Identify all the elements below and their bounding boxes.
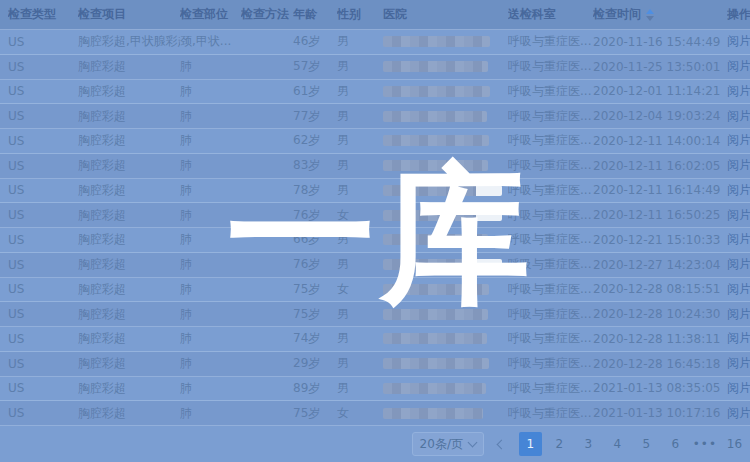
- time-text: 2020-12-11 16:14:49: [593, 183, 720, 197]
- cell-item: 胸腔彩超: [78, 380, 180, 397]
- page-size-select[interactable]: 20条/页: [412, 432, 484, 456]
- cell-hospital: [383, 61, 508, 72]
- hospital-redacted-bar: [383, 61, 488, 72]
- part-text: 肺: [180, 157, 192, 174]
- view-film-link[interactable]: 阅片: [727, 207, 750, 224]
- cell-part: 肺: [180, 83, 241, 100]
- cell-hospital: [383, 111, 508, 122]
- table-row: US胸腔彩超肺76岁男呼吸与重症医...2020-12-27 14:23:04阅…: [0, 253, 750, 278]
- cell-part: 肺: [180, 306, 241, 323]
- cell-part: 肺: [180, 330, 241, 347]
- view-film-link[interactable]: 阅片: [727, 58, 750, 75]
- table-row: US胸腔彩超肺89岁男呼吸与重症医...2021-01-13 08:35:05阅…: [0, 377, 750, 402]
- table-row: US胸腔彩超肺74岁男呼吸与重症医...2020-12-28 11:38:11阅…: [0, 327, 750, 352]
- cell-type: US: [8, 60, 78, 74]
- part-text: 肺: [180, 207, 192, 224]
- cell-item: 胸腔彩超: [78, 231, 180, 248]
- sort-icon[interactable]: [646, 9, 654, 21]
- page-buttons: 123456: [519, 432, 687, 456]
- gender-text: 男: [337, 306, 349, 323]
- gender-text: 男: [337, 83, 349, 100]
- table-row: US胸腔彩超肺66岁男呼吸与重症医...2020-12-21 15:10:33阅…: [0, 228, 750, 253]
- page-button-2[interactable]: 2: [548, 432, 571, 456]
- age-text: 57岁: [293, 58, 320, 75]
- view-film-link[interactable]: 阅片: [727, 380, 750, 397]
- cell-time: 2020-12-21 15:10:33: [593, 233, 727, 247]
- view-film-link[interactable]: 阅片: [727, 182, 750, 199]
- time-text: 2020-11-25 13:50:01: [593, 60, 720, 74]
- cell-part: 肺: [180, 108, 241, 125]
- cell-op: 阅片: [727, 306, 750, 323]
- column-header-time[interactable]: 检查时间: [593, 6, 727, 23]
- view-film-link[interactable]: 阅片: [727, 281, 750, 298]
- view-film-link[interactable]: 阅片: [727, 256, 750, 273]
- cell-type: US: [8, 381, 78, 395]
- page-button-4[interactable]: 4: [606, 432, 629, 456]
- exam-records-screen: 检查类型检查项目检查部位检查方法年龄性别医院送检科室检查时间操作 US胸腔彩超,…: [0, 0, 750, 462]
- gender-text: 女: [337, 281, 349, 298]
- cell-op: 阅片: [727, 256, 750, 273]
- view-film-link[interactable]: 阅片: [727, 157, 750, 174]
- view-film-link[interactable]: 阅片: [727, 330, 750, 347]
- view-film-link[interactable]: 阅片: [727, 355, 750, 372]
- type-text: US: [8, 332, 24, 346]
- cell-time: 2021-01-13 08:35:05: [593, 381, 727, 395]
- item-text: 胸腔彩超: [78, 108, 126, 125]
- hospital-redacted-bar: [383, 210, 502, 221]
- view-film-link[interactable]: 阅片: [727, 132, 750, 149]
- type-text: US: [8, 60, 24, 74]
- view-film-link[interactable]: 阅片: [727, 405, 750, 422]
- column-label: 检查时间: [593, 6, 641, 23]
- cell-gender: 男: [337, 231, 383, 248]
- view-film-link[interactable]: 阅片: [727, 33, 750, 50]
- cell-age: 76岁: [293, 256, 337, 273]
- page-button-6[interactable]: 6: [664, 432, 687, 456]
- view-film-link[interactable]: 阅片: [727, 231, 750, 248]
- gender-text: 男: [337, 182, 349, 199]
- cell-dept: 呼吸与重症医...: [508, 330, 593, 347]
- page-button-last[interactable]: 16: [723, 432, 746, 456]
- cell-gender: 男: [337, 182, 383, 199]
- cell-type: US: [8, 208, 78, 222]
- part-text: 肺: [180, 182, 192, 199]
- cell-part: 肺: [180, 58, 241, 75]
- time-text: 2020-12-21 15:10:33: [593, 233, 720, 247]
- part-text: 肺: [180, 83, 192, 100]
- cell-item: 胸腔彩超: [78, 256, 180, 273]
- view-film-link[interactable]: 阅片: [727, 306, 750, 323]
- cell-op: 阅片: [727, 83, 750, 100]
- page-button-5[interactable]: 5: [635, 432, 658, 456]
- prev-page-button[interactable]: [490, 432, 513, 456]
- age-text: 75岁: [293, 281, 320, 298]
- part-text: 肺: [180, 108, 192, 125]
- more-pages-button[interactable]: •••: [693, 432, 717, 456]
- cell-item: 胸腔彩超: [78, 330, 180, 347]
- type-text: US: [8, 84, 24, 98]
- dept-text: 呼吸与重症医...: [508, 182, 591, 199]
- cell-gender: 男: [337, 157, 383, 174]
- cell-dept: 呼吸与重症医...: [508, 207, 593, 224]
- age-text: 46岁: [293, 33, 320, 50]
- view-film-link[interactable]: 阅片: [727, 83, 750, 100]
- gender-text: 男: [337, 256, 349, 273]
- cell-item: 胸腔彩超,甲状腺彩超: [78, 33, 180, 50]
- page-button-3[interactable]: 3: [577, 432, 600, 456]
- cell-op: 阅片: [727, 355, 750, 372]
- cell-age: 61岁: [293, 83, 337, 100]
- cell-op: 阅片: [727, 330, 750, 347]
- hospital-redacted-bar: [383, 309, 488, 320]
- cell-hospital: [383, 86, 508, 97]
- cell-type: US: [8, 159, 78, 173]
- time-text: 2021-01-13 08:35:05: [593, 381, 720, 395]
- cell-dept: 呼吸与重症医...: [508, 58, 593, 75]
- cell-type: US: [8, 282, 78, 296]
- page-button-1[interactable]: 1: [519, 432, 542, 456]
- cell-age: 62岁: [293, 132, 337, 149]
- cell-hospital: [383, 284, 508, 295]
- cell-dept: 呼吸与重症医...: [508, 281, 593, 298]
- cell-time: 2020-12-28 08:15:51: [593, 282, 727, 296]
- view-film-link[interactable]: 阅片: [727, 108, 750, 125]
- cell-hospital: [383, 36, 508, 47]
- cell-type: US: [8, 134, 78, 148]
- cell-gender: 男: [337, 132, 383, 149]
